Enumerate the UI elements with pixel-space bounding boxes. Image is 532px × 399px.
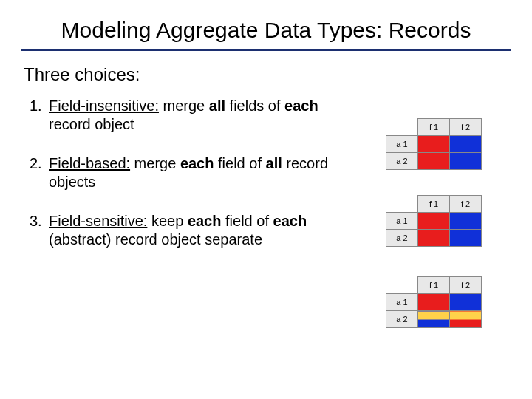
subtitle: Three choices: [0,64,532,97]
slide-title: Modeling Aggregate Data Types: Records [0,0,532,49]
grid-field-sensitive: f 1 f 2 a 1 a 2 [386,276,482,328]
t: each [284,98,318,114]
row-header: a 2 [386,311,418,328]
cell [450,153,482,170]
item-number: 2. [30,154,49,191]
item-label: Field-based: [49,155,130,171]
t: (abstract) record object separate [49,231,262,248]
row-header: a 1 [386,213,418,230]
item-text: Field-based: merge each field of all rec… [49,154,340,191]
corner [386,119,418,136]
t: field of [214,155,265,171]
t: all [209,98,225,114]
t: keep [147,213,187,229]
cell [450,294,482,311]
grid-field-insensitive: f 1 f 2 a 1 a 2 [386,118,482,170]
t: each [180,155,214,171]
col-header: f 2 [450,196,482,213]
item-text: Field-insensitive: merge all fields of e… [49,97,340,134]
list-item: 2. Field-based: merge each field of all … [30,154,340,191]
cell [418,213,450,230]
t: fields of [225,98,284,114]
t: each [188,213,222,229]
cell [450,311,482,328]
item-label: Field-sensitive: [49,213,147,229]
list-item: 3. Field-sensitive: keep each field of e… [30,212,340,249]
row-header: a 1 [386,294,418,311]
row-header: a 2 [386,230,418,247]
cell [450,136,482,153]
cell [418,294,450,311]
item-label: Field-insensitive: [49,98,159,114]
corner [386,277,418,294]
cell [418,153,450,170]
t: record object [49,116,134,132]
col-header: f 1 [418,196,450,213]
row-header: a 2 [386,153,418,170]
col-header: f 1 [418,119,450,136]
title-rule [21,49,511,51]
t: merge [159,98,209,114]
col-header: f 1 [418,277,450,294]
cell [450,230,482,247]
t: each [273,213,307,229]
cell [418,136,450,153]
cell [450,213,482,230]
corner [386,196,418,213]
t: all [266,155,282,171]
list-item: 1. Field-insensitive: merge all fields o… [30,97,340,134]
item-number: 3. [30,212,49,249]
cell [418,230,450,247]
col-header: f 2 [450,277,482,294]
col-header: f 2 [450,119,482,136]
t: field of [221,213,273,229]
cell [418,311,450,328]
t: merge [130,155,180,171]
row-header: a 1 [386,136,418,153]
item-text: Field-sensitive: keep each field of each… [49,212,340,249]
grid-field-based: f 1 f 2 a 1 a 2 [386,195,482,247]
item-number: 1. [30,97,49,134]
